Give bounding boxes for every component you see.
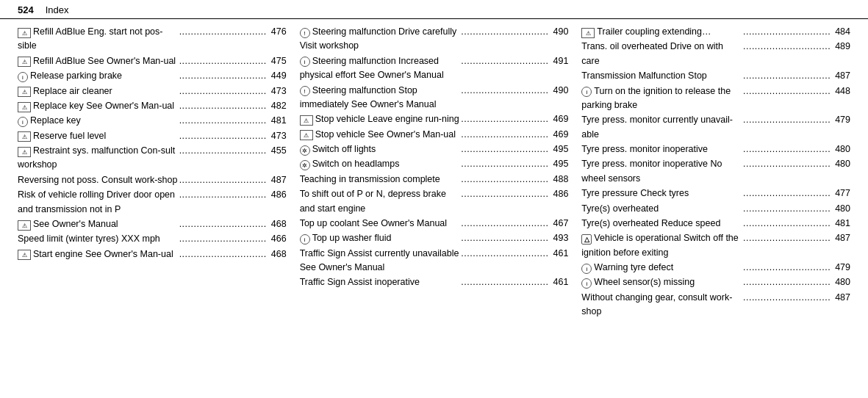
entry-dots: ..............................	[743, 40, 831, 54]
index-entry: iTurn on the ignition to release the par…	[581, 84, 850, 113]
entry-text: ⚠See Owner's Manual	[18, 217, 179, 231]
entry-text: !Steering malfunction Drive carefully Vi…	[300, 25, 462, 54]
entry-dots: ..............................	[461, 25, 548, 39]
entry-text: ⚠Replace key See Owner's Man-ual	[18, 99, 179, 113]
entry-text: iWheel sensor(s) missing	[581, 275, 743, 289]
entry-page-number: 491	[553, 54, 568, 68]
entry-text: Traffic Sign Assist inoperative	[300, 275, 462, 289]
entry-text: iTop up washer fluid	[300, 231, 462, 245]
entry-dots: ..............................	[179, 69, 267, 83]
entry-dots: ..............................	[743, 291, 831, 305]
entry-text: Risk of vehicle rolling Driver door open…	[18, 188, 179, 217]
info-circle-icon: i	[581, 278, 592, 289]
index-entry: Tyre(s) overheated .....................…	[581, 202, 850, 216]
index-entry: !Steering malfunction Drive carefully Vi…	[300, 25, 569, 54]
page-header: 524 Index	[0, 0, 868, 19]
entry-dots: ..............................	[743, 217, 831, 231]
entry-text: Tyre pressure Check tyres	[581, 187, 743, 200]
index-entry: Tyre(s) overheated Reduce speed ........…	[581, 217, 850, 231]
warning-box-icon: ⚠	[581, 28, 595, 38]
index-entry: Transmission Malfunction Stop ..........…	[581, 69, 850, 83]
entry-dots: ..............................	[743, 202, 831, 216]
entry-text: ✲Switch off lights	[300, 142, 462, 156]
index-entry: Speed limit (winter tyres) XXX mph .....…	[18, 232, 287, 246]
entry-page-number: 475	[271, 54, 287, 68]
warning-box-icon: ⚠	[18, 102, 31, 112]
entry-page-number: 488	[553, 173, 568, 187]
entry-text: ✲Switch on headlamps	[300, 157, 462, 171]
entry-dots: ..............................	[461, 173, 548, 187]
index-entry: ⚠Refill AdBlue Eng. start not pos-sible …	[18, 25, 287, 54]
index-entry: ⚠Start engine See Owner's Man-ual ......…	[18, 247, 287, 261]
entry-text: Transmission Malfunction Stop	[581, 69, 743, 83]
index-entry: To shift out of P or N, depress brake an…	[300, 187, 569, 216]
entry-text: Speed limit (winter tyres) XXX mph	[18, 232, 179, 246]
entry-dots: ..............................	[179, 54, 267, 68]
entry-text: ⚠Start engine See Owner's Man-ual	[18, 247, 179, 261]
column-2: !Steering malfunction Drive carefully Vi…	[300, 25, 582, 320]
entry-dots: ..............................	[743, 275, 831, 289]
entry-dots: ..............................	[461, 54, 548, 68]
entry-dots: ..............................	[743, 142, 831, 156]
index-entry: Top up coolant See Owner's Manual ......…	[300, 217, 569, 231]
index-entry: iRelease parking brake .................…	[18, 69, 287, 83]
entry-text: ⚠Replace air cleaner	[18, 84, 179, 98]
entry-dots: ..............................	[743, 261, 831, 275]
index-entry: ⚠Refill AdBlue See Owner's Man-ual .....…	[18, 54, 287, 68]
entry-dots: ..............................	[179, 84, 267, 98]
index-entry: ⚠Stop vehicle See Owner's Man-ual ......…	[300, 128, 569, 142]
entry-page-number: 481	[271, 114, 287, 128]
entry-page-number: 455	[271, 144, 287, 158]
entry-page-number: 495	[553, 142, 568, 156]
entry-dots: ..............................	[743, 84, 831, 98]
entry-dots: ..............................	[179, 232, 267, 246]
entry-page-number: 479	[835, 113, 850, 127]
entry-text: Tyre(s) overheated	[581, 202, 743, 216]
index-entry: !Steering malfunction Stop immediately S…	[300, 84, 569, 112]
entry-page-number: 487	[835, 291, 850, 305]
warning-box-icon: ⚠	[18, 28, 31, 38]
column-3: ⚠Trailer coupling extending… ...........…	[581, 25, 850, 320]
index-entry: Traffic Sign Assist inoperative ........…	[300, 275, 569, 289]
entry-page-number: 480	[835, 275, 850, 289]
entry-dots: ..............................	[179, 114, 267, 128]
entry-page-number: 480	[835, 142, 850, 156]
warning-box-icon: ⚠	[18, 87, 31, 97]
entry-page-number: 449	[271, 69, 287, 83]
entry-dots: ..............................	[179, 188, 267, 202]
warning-box-icon: ⚠	[18, 250, 31, 260]
info-circle-icon: i	[18, 117, 28, 127]
entry-dots: ..............................	[179, 144, 267, 158]
warning-box-icon: ⚠	[18, 147, 31, 157]
entry-page-number: 487	[271, 173, 287, 187]
column-1: ⚠Refill AdBlue Eng. start not pos-sible …	[18, 25, 300, 320]
sun-icon: ✲	[300, 160, 310, 170]
warning-box-icon: ⚠	[18, 220, 31, 231]
entry-page-number: 473	[271, 129, 287, 143]
entry-text: iReplace key	[18, 114, 179, 128]
entry-page-number: 487	[835, 231, 850, 245]
entry-page-number: 495	[553, 157, 568, 171]
entry-dots: ..............................	[179, 173, 267, 187]
entry-page-number: 490	[553, 25, 568, 39]
entry-text: iWarning tyre defect	[581, 261, 743, 275]
entry-dots: ..............................	[743, 157, 831, 171]
exclamation-circle-icon: !	[300, 28, 310, 38]
entry-page-number: 477	[835, 187, 850, 200]
index-entry: Teaching in transmission complete ......…	[300, 173, 569, 187]
entry-page-number: 476	[271, 25, 287, 39]
entry-text: iSteering malfunction Increased physical…	[300, 54, 462, 83]
entry-dots: ..............................	[179, 129, 267, 143]
index-entry: Trans. oil overheated Drive on with care…	[581, 40, 850, 68]
warning-box-icon: ⚠	[300, 115, 313, 126]
entry-text: Teaching in transmission complete	[300, 173, 462, 187]
entry-dots: ..............................	[461, 157, 548, 171]
entry-dots: ..............................	[743, 69, 831, 83]
sun-icon: ✲	[300, 145, 310, 156]
entry-text: iTurn on the ignition to release the par…	[581, 84, 743, 113]
page-number: 524	[18, 4, 34, 15]
entry-text: To shift out of P or N, depress brake an…	[300, 187, 462, 216]
entry-dots: ..............................	[461, 247, 548, 261]
entry-text: ⚠Trailer coupling extending…	[581, 25, 743, 39]
page-title: Index	[46, 4, 69, 15]
